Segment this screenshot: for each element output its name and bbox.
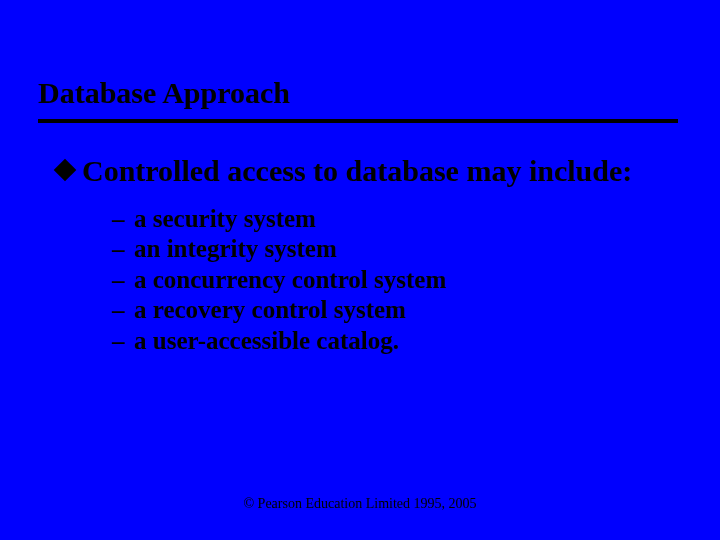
list-item: – an integrity system — [112, 234, 670, 265]
list-item: – a concurrency control system — [112, 265, 670, 296]
title-block: Database Approach — [38, 76, 682, 123]
sub-bullet-text: a recovery control system — [134, 295, 406, 326]
slide-title: Database Approach — [38, 76, 682, 117]
sub-bullet-text: an integrity system — [134, 234, 337, 265]
list-item: – a user-accessible catalog. — [112, 326, 670, 357]
title-underline — [38, 119, 678, 123]
dash-icon: – — [112, 234, 134, 265]
dash-icon: – — [112, 326, 134, 357]
dash-icon: – — [112, 295, 134, 326]
sub-bullet-text: a security system — [134, 204, 316, 235]
sub-bullet-text: a user-accessible catalog. — [134, 326, 399, 357]
main-bullet-row: Controlled access to database may includ… — [57, 152, 670, 190]
sub-bullet-list: – a security system – an integrity syste… — [112, 204, 670, 357]
body-block: Controlled access to database may includ… — [57, 152, 670, 356]
sub-bullet-text: a concurrency control system — [134, 265, 446, 296]
main-bullet-text: Controlled access to database may includ… — [82, 152, 632, 190]
footer-copyright: © Pearson Education Limited 1995, 2005 — [0, 496, 720, 512]
list-item: – a recovery control system — [112, 295, 670, 326]
dash-icon: – — [112, 204, 134, 235]
list-item: – a security system — [112, 204, 670, 235]
slide: Database Approach Controlled access to d… — [0, 0, 720, 540]
dash-icon: – — [112, 265, 134, 296]
diamond-bullet-icon — [54, 159, 77, 182]
